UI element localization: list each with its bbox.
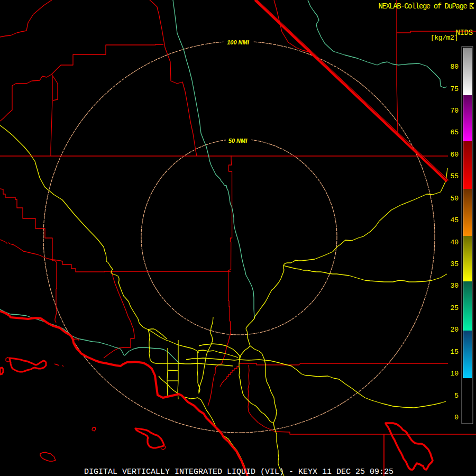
- svg-text:NIDS: NIDS: [456, 29, 473, 37]
- svg-text:15: 15: [450, 348, 459, 356]
- svg-text:70: 70: [450, 107, 459, 115]
- svg-text:5: 5: [454, 392, 459, 400]
- svg-text:25: 25: [450, 304, 459, 312]
- svg-text:60: 60: [450, 151, 459, 159]
- svg-text:[kg/m2]: [kg/m2]: [431, 34, 458, 42]
- svg-text:45: 45: [450, 216, 459, 224]
- svg-text:65: 65: [450, 129, 459, 136]
- svg-text:35: 35: [450, 260, 459, 268]
- svg-text:30: 30: [450, 282, 459, 290]
- svg-text:50 NMI: 50 NMI: [228, 138, 248, 144]
- svg-text:80: 80: [450, 63, 459, 71]
- svg-text:10: 10: [450, 370, 459, 378]
- svg-text:40: 40: [450, 239, 459, 246]
- svg-text:DIGITAL VERTICALLY INTEGRATED: DIGITAL VERTICALLY INTEGRATED LIQUID (VI…: [84, 468, 393, 476]
- svg-text:75: 75: [450, 85, 459, 93]
- svg-text:0: 0: [454, 414, 459, 422]
- svg-text:50: 50: [450, 195, 459, 203]
- svg-text:NEXLAB-College of DuPage: NEXLAB-College of DuPage: [379, 2, 468, 11]
- svg-text:100 NMI: 100 NMI: [227, 39, 250, 45]
- svg-text:55: 55: [450, 172, 459, 180]
- svg-text:20: 20: [450, 326, 459, 334]
